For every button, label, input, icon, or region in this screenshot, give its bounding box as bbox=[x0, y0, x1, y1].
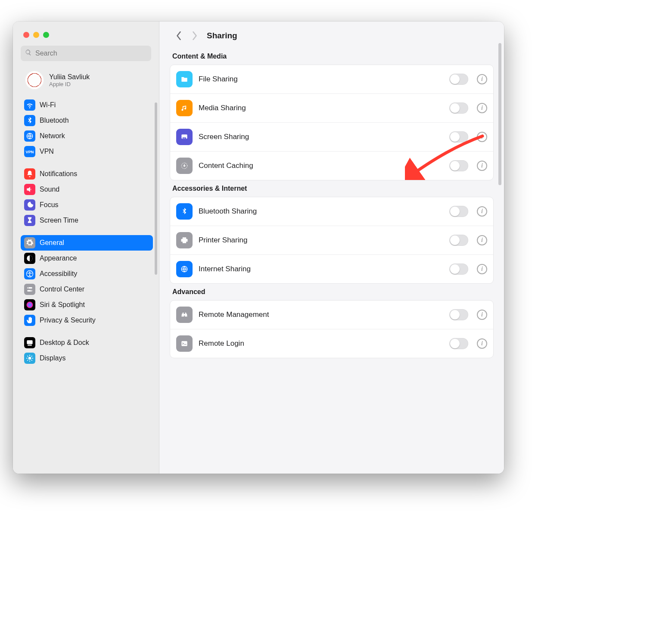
toggle-remote-management[interactable] bbox=[449, 309, 468, 320]
sidebar-item-label: General bbox=[40, 239, 64, 247]
svg-rect-17 bbox=[181, 341, 187, 346]
page-title: Sharing bbox=[207, 31, 237, 40]
toggle-bluetooth-sharing[interactable] bbox=[449, 206, 468, 217]
user-sub: Apple ID bbox=[49, 81, 90, 87]
sidebar-item-label: Sound bbox=[40, 186, 59, 193]
row-printer-sharing[interactable]: Printer Sharingi bbox=[170, 226, 493, 254]
section-title: Advanced bbox=[170, 284, 494, 300]
sidebar-scrollbar[interactable] bbox=[155, 102, 157, 275]
sidebar-item-screen-time[interactable]: Screen Time bbox=[21, 213, 153, 228]
row-label: Bluetooth Sharing bbox=[199, 207, 443, 216]
svg-text:VPN: VPN bbox=[26, 150, 34, 154]
row-content-caching[interactable]: Content Cachingi bbox=[170, 151, 493, 180]
toggle-screen-sharing[interactable] bbox=[449, 131, 468, 143]
sidebar-item-label: Bluetooth bbox=[40, 117, 69, 124]
section-card: Bluetooth SharingiPrinter SharingiIntern… bbox=[170, 197, 494, 284]
sidebar-item-displays[interactable]: Displays bbox=[21, 350, 153, 366]
sidebar-item-general[interactable]: General bbox=[21, 235, 153, 251]
info-button-file-sharing[interactable]: i bbox=[477, 74, 487, 84]
zoom-window-button[interactable] bbox=[43, 32, 49, 38]
row-media-sharing[interactable]: Media Sharingi bbox=[170, 93, 493, 122]
svg-point-8 bbox=[31, 290, 31, 291]
bell-icon bbox=[24, 168, 35, 180]
svg-point-4 bbox=[29, 272, 31, 273]
sidebar-item-label: Network bbox=[40, 132, 65, 140]
sidebar-item-privacy-security[interactable]: Privacy & Security bbox=[21, 313, 153, 328]
search-field[interactable] bbox=[21, 46, 151, 61]
siri-icon bbox=[24, 299, 35, 310]
apple-id-row[interactable]: Yuliia Savliuk Apple ID bbox=[13, 65, 159, 97]
row-screen-sharing[interactable]: Screen Sharingi bbox=[170, 122, 493, 151]
hand-icon bbox=[24, 315, 35, 326]
search-input[interactable] bbox=[35, 50, 147, 57]
sidebar-item-bluetooth[interactable]: Bluetooth bbox=[21, 113, 153, 128]
sidebar-item-label: Desktop & Dock bbox=[40, 339, 89, 347]
globe-icon bbox=[176, 261, 193, 277]
svg-point-14 bbox=[183, 137, 184, 139]
sidebar-item-desktop-dock[interactable]: Desktop & Dock bbox=[21, 335, 153, 350]
info-button-internet-sharing[interactable]: i bbox=[477, 264, 487, 274]
sidebar-item-vpn[interactable]: VPNVPN bbox=[21, 144, 153, 159]
minimize-window-button[interactable] bbox=[33, 32, 39, 38]
sidebar: Yuliia Savliuk Apple ID Wi-FiBluetoothNe… bbox=[13, 22, 159, 474]
svg-point-7 bbox=[28, 288, 29, 288]
row-label: Printer Sharing bbox=[199, 236, 443, 245]
sidebar-item-sound[interactable]: Sound bbox=[21, 182, 153, 197]
speaker-icon bbox=[24, 184, 35, 195]
section-card: Remote ManagementiRemote Logini bbox=[170, 300, 494, 358]
sidebar-item-notifications[interactable]: Notifications bbox=[21, 166, 153, 182]
info-button-content-caching[interactable]: i bbox=[477, 161, 487, 171]
main-header: Sharing bbox=[159, 22, 504, 47]
sidebar-item-label: Wi-Fi bbox=[40, 101, 56, 109]
info-button-printer-sharing[interactable]: i bbox=[477, 235, 487, 245]
row-internet-sharing[interactable]: Internet Sharingi bbox=[170, 254, 493, 283]
info-button-remote-login[interactable]: i bbox=[477, 338, 487, 349]
binoculars-icon bbox=[176, 307, 193, 323]
row-remote-login[interactable]: Remote Logini bbox=[170, 329, 493, 358]
section-card: File SharingiMedia SharingiScreen Sharin… bbox=[170, 65, 494, 180]
svg-rect-11 bbox=[28, 345, 32, 346]
screen-icon bbox=[176, 129, 193, 145]
row-bluetooth-sharing[interactable]: Bluetooth Sharingi bbox=[170, 197, 493, 226]
sun-icon bbox=[24, 353, 35, 364]
sidebar-item-label: Siri & Spotlight bbox=[40, 301, 85, 309]
toggle-printer-sharing[interactable] bbox=[449, 235, 468, 246]
main-scrollbar[interactable] bbox=[498, 43, 501, 185]
sidebar-item-label: Privacy & Security bbox=[40, 316, 96, 324]
sidebar-item-appearance[interactable]: Appearance bbox=[21, 251, 153, 266]
toggle-internet-sharing[interactable] bbox=[449, 264, 468, 275]
sidebar-item-network[interactable]: Network bbox=[21, 128, 153, 144]
info-button-remote-management[interactable]: i bbox=[477, 310, 487, 320]
printer-icon bbox=[176, 232, 193, 248]
vpn-icon: VPN bbox=[24, 146, 35, 157]
svg-point-12 bbox=[28, 357, 31, 360]
hourglass-icon bbox=[24, 215, 35, 226]
back-button[interactable] bbox=[175, 32, 183, 40]
folder-icon bbox=[176, 71, 193, 87]
close-window-button[interactable] bbox=[23, 32, 29, 38]
bluetooth-icon bbox=[176, 203, 193, 220]
forward-button[interactable] bbox=[190, 32, 198, 40]
toggle-media-sharing[interactable] bbox=[449, 102, 468, 114]
sidebar-item-label: Screen Time bbox=[40, 217, 78, 224]
row-file-sharing[interactable]: File Sharingi bbox=[170, 65, 493, 93]
toggle-content-caching[interactable] bbox=[449, 160, 468, 171]
wifi-icon bbox=[24, 99, 35, 111]
sidebar-item-accessibility[interactable]: Accessibility bbox=[21, 266, 153, 282]
row-remote-management[interactable]: Remote Managementi bbox=[170, 301, 493, 329]
sidebar-item-focus[interactable]: Focus bbox=[21, 197, 153, 213]
sidebar-item-label: Displays bbox=[40, 354, 65, 362]
sidebar-item-wi-fi[interactable]: Wi-Fi bbox=[21, 97, 153, 113]
sidebar-item-siri-spotlight[interactable]: Siri & Spotlight bbox=[21, 297, 153, 313]
user-name: Yuliia Savliuk bbox=[49, 73, 90, 81]
moon-icon bbox=[24, 199, 35, 211]
toggle-file-sharing[interactable] bbox=[449, 74, 468, 85]
sidebar-item-label: Accessibility bbox=[40, 270, 77, 278]
info-button-bluetooth-sharing[interactable]: i bbox=[477, 206, 487, 217]
info-button-screen-sharing[interactable]: i bbox=[477, 132, 487, 142]
toggle-remote-login[interactable] bbox=[449, 338, 468, 349]
music-icon bbox=[176, 100, 193, 116]
sidebar-item-control-center[interactable]: Control Center bbox=[21, 282, 153, 297]
download-circle-icon bbox=[176, 158, 193, 174]
info-button-media-sharing[interactable]: i bbox=[477, 103, 487, 113]
